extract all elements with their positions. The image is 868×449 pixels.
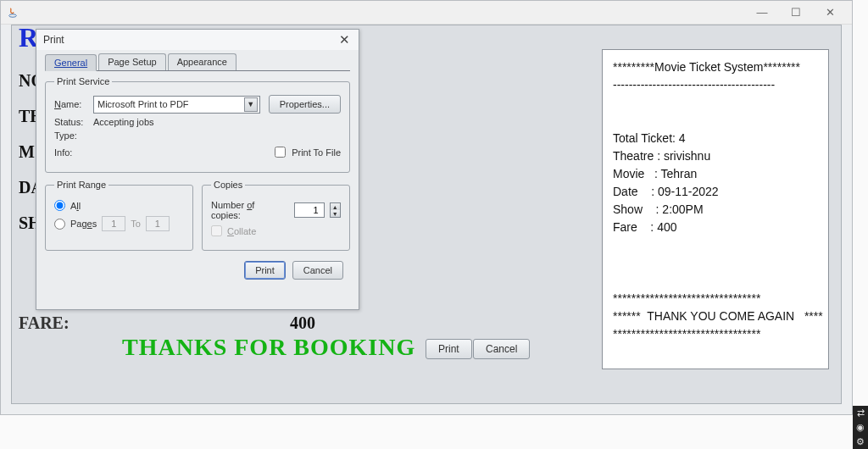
range-pages-label: Pages — [70, 219, 97, 229]
summary-stars2: ******************************** — [613, 327, 760, 341]
summary-show-label: Show : — [613, 202, 659, 216]
status-label: Status: — [54, 117, 93, 127]
copies-legend: Copies — [211, 180, 245, 190]
summary-thank: ****** THANK YOU COME AGAIN **** — [613, 309, 823, 323]
summary-fare-label: Fare : — [613, 220, 654, 234]
summary-header: *********Movie Ticket System******** — [613, 60, 800, 74]
pages-from-input[interactable] — [102, 216, 125, 231]
type-label: Type: — [54, 130, 93, 141]
copies-number-label: Number of copies: — [211, 200, 284, 220]
properties-button[interactable]: Properties... — [269, 95, 341, 114]
summary-total-label: Total Ticket: — [613, 131, 676, 145]
tool-icon-1[interactable]: ⇄ — [857, 407, 865, 419]
titlebar: — ☐ ✕ — [1, 1, 852, 25]
summary-divider: ----------------------------------------… — [613, 78, 775, 91]
range-all-label: All — [70, 201, 81, 211]
print-to-file-label: Print To File — [292, 147, 341, 158]
tab-appearance[interactable]: Appearance — [168, 53, 236, 70]
print-button[interactable]: Print — [426, 339, 472, 359]
print-service-fieldset: Print Service Name: Microsoft Print to P… — [45, 76, 350, 173]
summary-date-label: Date : — [613, 185, 654, 198]
info-label: Info: — [54, 147, 93, 158]
printer-selected: Microsoft Print to PDF — [97, 99, 189, 109]
close-button[interactable]: ✕ — [813, 3, 847, 23]
copies-spinner[interactable]: ▲ ▼ — [330, 202, 342, 218]
print-range-fieldset: Print Range All Pages To — [45, 180, 193, 251]
label-fare: FARE: — [19, 313, 70, 333]
summary-movie: Tehran — [661, 167, 698, 180]
svg-point-0 — [9, 14, 17, 17]
dialog-title: Print — [43, 34, 64, 46]
chevron-down-icon: ▼ — [244, 97, 258, 112]
fare-value: 400 — [290, 313, 315, 333]
summary-date: 09-11-2022 — [658, 185, 719, 198]
printer-combo[interactable]: Microsoft Print to PDF ▼ — [93, 96, 260, 114]
range-all-radio[interactable] — [54, 200, 65, 211]
cancel-button[interactable]: Cancel — [473, 339, 530, 359]
tab-page-setup[interactable]: Page Setup — [98, 53, 166, 70]
name-label: Name: — [54, 99, 93, 109]
camera-icon[interactable]: ◉ — [856, 422, 865, 433]
summary-fare: 400 — [657, 220, 676, 234]
thanks-text: THANKS FOR BOOKING — [122, 334, 415, 361]
collate-label: Collate — [227, 226, 256, 236]
collate-checkbox — [211, 225, 222, 236]
maximize-button[interactable]: ☐ — [779, 3, 813, 23]
summary-show: 2:00PM — [662, 202, 703, 216]
range-pages-radio[interactable] — [54, 219, 65, 230]
gear-icon[interactable]: ⚙ — [856, 436, 865, 447]
summary-total: 4 — [679, 131, 686, 145]
receipt-summary: *********Movie Ticket System******** ---… — [602, 49, 829, 369]
dialog-tabs: General Page Setup Appearance — [45, 53, 350, 71]
spinner-down-icon: ▼ — [331, 210, 341, 217]
print-range-legend: Print Range — [54, 180, 108, 190]
print-dialog: Print ✕ General Page Setup Appearance Pr… — [36, 29, 359, 310]
copies-fieldset: Copies Number of copies: ▲ ▼ Collate — [202, 180, 350, 251]
summary-movie-label: Movie : — [613, 167, 658, 180]
summary-theatre: srivishnu — [664, 149, 710, 163]
java-icon — [6, 6, 19, 19]
dialog-titlebar: Print ✕ — [36, 30, 359, 50]
dialog-close-button[interactable]: ✕ — [337, 32, 352, 47]
minimize-button[interactable]: — — [745, 3, 779, 23]
spinner-up-icon: ▲ — [331, 203, 341, 210]
dialog-print-button[interactable]: Print — [244, 261, 286, 280]
print-to-file-checkbox[interactable] — [275, 147, 286, 158]
status-value: Accepting jobs — [93, 117, 154, 127]
side-tool-panel: ⇄ ◉ ⚙ — [853, 406, 868, 449]
pages-to-label: To — [131, 219, 141, 229]
summary-stars1: ******************************** — [613, 291, 760, 305]
tab-general[interactable]: General — [45, 54, 97, 71]
dialog-cancel-button[interactable]: Cancel — [292, 261, 343, 280]
print-service-legend: Print Service — [54, 76, 112, 86]
copies-number-input[interactable] — [294, 202, 325, 218]
pages-to-input[interactable] — [146, 216, 170, 231]
summary-theatre-label: Theatre : — [613, 149, 660, 163]
